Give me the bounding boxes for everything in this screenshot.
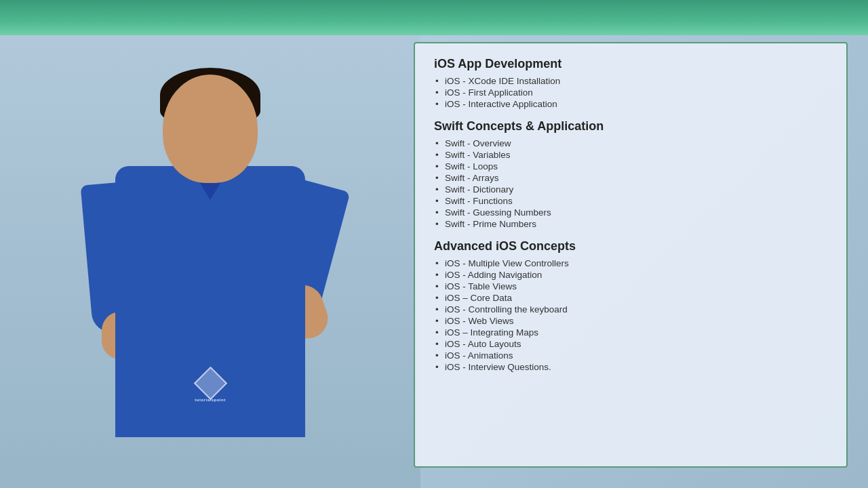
list-item: Swift - Overview (434, 138, 827, 149)
list-item: iOS - Adding Navigation (434, 269, 827, 281)
section-advanced-ios: Advanced iOS Concepts iOS - Multiple Vie… (434, 239, 827, 373)
list-item: iOS - Animations (434, 350, 827, 361)
list-item: iOS - XCode IDE Installation (434, 75, 827, 87)
section-ios-app-dev: iOS App Development iOS - XCode IDE Inst… (434, 57, 827, 110)
bullet-list-swift-concepts: Swift - Overview Swift - Variables Swift… (434, 138, 827, 230)
person-area: tutorialspoint (0, 35, 420, 488)
list-item: iOS - Interview Questions. (434, 361, 827, 373)
logo: tutorialspoint (186, 363, 234, 410)
list-item: Swift - Loops (434, 161, 827, 172)
list-item: Swift - Guessing Numbers (434, 207, 827, 218)
top-bar (0, 0, 868, 35)
logo-diamond (193, 366, 226, 399)
list-item: iOS – Integrating Maps (434, 327, 827, 338)
section-heading-advanced-ios: Advanced iOS Concepts (434, 239, 827, 253)
list-item: Swift - Dictionary (434, 184, 827, 195)
bullet-list-advanced-ios: iOS - Multiple View Controllers iOS - Ad… (434, 258, 827, 373)
person-silhouette: tutorialspoint (68, 68, 353, 488)
head (163, 75, 258, 183)
list-item: iOS – Core Data (434, 292, 827, 304)
body: tutorialspoint (115, 166, 305, 437)
list-item: iOS - Web Views (434, 315, 827, 327)
list-item: Swift - Functions (434, 195, 827, 207)
section-swift-concepts: Swift Concepts & Application Swift - Ove… (434, 119, 827, 230)
list-item: Swift - Arrays (434, 172, 827, 184)
list-item: Swift - Variables (434, 149, 827, 161)
bullet-list-ios-app-dev: iOS - XCode IDE Installation iOS - First… (434, 75, 827, 110)
list-item: iOS - Controlling the keyboard (434, 304, 827, 315)
list-item: iOS - Table Views (434, 281, 827, 292)
section-heading-swift-concepts: Swift Concepts & Application (434, 119, 827, 134)
list-item: iOS - First Application (434, 87, 827, 98)
section-heading-ios-app-dev: iOS App Development (434, 57, 827, 71)
list-item: iOS - Multiple View Controllers (434, 258, 827, 269)
content-panel: iOS App Development iOS - XCode IDE Inst… (414, 42, 848, 468)
list-item: iOS - Auto Layouts (434, 338, 827, 350)
list-item: iOS - Interactive Application (434, 98, 827, 110)
list-item: Swift - Prime Numbers (434, 218, 827, 230)
